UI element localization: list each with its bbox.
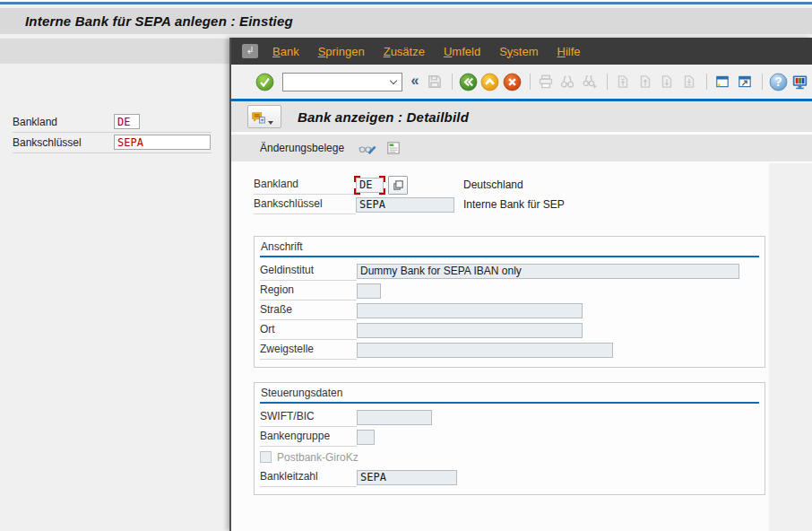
display-change-icon[interactable] [357, 139, 378, 157]
menu-zusaetze[interactable]: Zusätze [384, 45, 425, 58]
bankschluessel-description: Interne Bank für SEP [463, 198, 565, 211]
bankleitzahl-field[interactable]: SEPA [357, 470, 457, 485]
zweigstelle-row: Zweigstelle [260, 340, 759, 360]
menu-bank[interactable]: Bank [272, 45, 299, 58]
bankland-description: Deutschland [463, 178, 523, 191]
next-page-icon [657, 72, 678, 91]
exit-icon[interactable] [479, 72, 500, 91]
menu-hilfe[interactable]: Hilfe [557, 45, 580, 58]
ort-row: Ort [260, 320, 759, 340]
anschrift-title: Anschrift [260, 239, 759, 256]
customize-layout-icon[interactable] [790, 72, 811, 91]
toolbar-separator [607, 74, 608, 90]
swift-field[interactable] [357, 410, 432, 425]
menu-system[interactable]: System [499, 45, 538, 58]
first-page-icon [613, 72, 634, 91]
detail-form: Bankland DE Deutschland Bankschlüssel SE… [231, 163, 812, 531]
group-accent-rule [260, 402, 759, 404]
zweigstelle-field[interactable] [357, 343, 613, 358]
geldinstitut-label: Geldinstitut [260, 264, 357, 281]
bankschluessel-row: Bankschlüssel SEPA Interne Bank für SEP [254, 195, 812, 214]
strasse-row: Straße [260, 300, 759, 320]
anschrift-groupbox: Anschrift Geldinstitut Dummy Bank for SE… [254, 236, 765, 368]
toolbar-separator [530, 74, 531, 90]
right-gutter [769, 163, 812, 531]
background-window-title: Interne Bank für SEPA anlegen : Einstieg [25, 13, 293, 29]
print-icon [535, 72, 556, 91]
swift-row: SWIFT/BIC [260, 407, 759, 427]
postbank-girokz-row: Postbank-GiroKz [260, 447, 759, 467]
collapse-toolbar-icon[interactable]: « [411, 73, 419, 89]
toolbar-separator [706, 74, 707, 90]
strasse-label: Straße [260, 303, 357, 320]
region-field[interactable] [357, 283, 381, 299]
create-shortcut-icon[interactable] [735, 72, 756, 91]
geldinstitut-row: Geldinstitut Dummy Bank for SEPA IBAN on… [260, 261, 759, 281]
bankleitzahl-label: Bankleitzahl [260, 470, 357, 487]
region-row: Region [260, 281, 759, 300]
save-icon [424, 72, 445, 91]
bankschluessel-label: Bankschlüssel [13, 136, 114, 149]
bankland-input[interactable]: DE [114, 114, 140, 129]
overview-list-icon[interactable] [383, 139, 404, 157]
toolbar-separator [762, 74, 763, 90]
dialog-title: Bank anzeigen : Detailbild [298, 109, 469, 125]
find-next-icon [580, 72, 600, 91]
bankland-row: Bankland DE Deutschland [254, 175, 812, 195]
continue-icon[interactable]: ↲ [242, 44, 258, 58]
last-page-icon [679, 72, 700, 91]
chevron-down-icon[interactable] [390, 78, 397, 85]
selection-fields: Bankland DE Bankschlüssel SEPA [13, 113, 212, 154]
dialog-title-band: Bank anzeigen : Detailbild [231, 101, 812, 132]
find-icon [557, 72, 578, 91]
ort-field[interactable] [357, 323, 583, 338]
chevron-down-icon [268, 121, 273, 125]
bankschluessel-row: Bankschlüssel SEPA [13, 134, 212, 153]
services-for-object-button[interactable] [247, 105, 281, 128]
group-accent-rule [260, 256, 759, 257]
ort-label: Ort [260, 323, 357, 340]
bankschluessel-field[interactable]: SEPA [356, 197, 454, 213]
background-title-bar: Interne Bank für SEPA anlegen : Einstieg [0, 8, 812, 34]
copy-icon[interactable] [388, 176, 408, 195]
menu-bar: ↲ Bank Springen Zusätze Umfeld System Hi… [231, 38, 812, 65]
aenderungsbelege-button[interactable]: Änderungsbelege [260, 142, 344, 154]
zweigstelle-label: Zweigstelle [260, 343, 357, 360]
command-field [282, 73, 402, 91]
bankland-field-area: DE [356, 176, 463, 195]
steuerungsdaten-groupbox: Steuerungsdaten SWIFT/BIC Bankengruppe P… [254, 382, 765, 495]
command-input[interactable] [283, 74, 390, 90]
bankschluessel-field-area: SEPA [356, 197, 463, 213]
focus-frame: DE [354, 176, 385, 195]
back-icon[interactable] [458, 72, 479, 91]
steuerungsdaten-title: Steuerungsdaten [260, 385, 759, 402]
bankengruppe-row: Bankengruppe [260, 427, 759, 447]
menu-umfeld[interactable]: Umfeld [444, 45, 480, 58]
cancel-icon[interactable] [502, 72, 523, 91]
bankland-label: Bankland [254, 178, 356, 195]
bankland-label: Bankland [13, 116, 114, 128]
bank-display-dialog: ↲ Bank Springen Zusätze Umfeld System Hi… [229, 38, 812, 531]
bankland-field[interactable]: DE [356, 178, 384, 193]
swift-label: SWIFT/BIC [260, 410, 357, 427]
bankschluessel-input[interactable]: SEPA [114, 135, 211, 150]
services-for-object-icon [251, 110, 266, 126]
new-session-icon[interactable] [713, 72, 733, 91]
toolbar-separator [452, 74, 453, 90]
bankland-row: Bankland DE [13, 113, 212, 133]
postbank-girokz-checkbox [260, 451, 272, 463]
menu-springen[interactable]: Springen [318, 45, 365, 58]
geldinstitut-field[interactable]: Dummy Bank for SEPA IBAN only [357, 264, 739, 279]
bankleitzahl-row: Bankleitzahl SEPA [260, 467, 759, 487]
application-toolbar: Änderungsbelege [231, 135, 812, 161]
postbank-girokz-label: Postbank-GiroKz [277, 451, 358, 464]
bankengruppe-label: Bankengruppe [260, 430, 357, 447]
standard-toolbar: « [231, 65, 812, 99]
bankengruppe-field[interactable] [357, 430, 375, 445]
help-icon[interactable]: ? [768, 72, 789, 91]
enter-icon[interactable] [255, 72, 275, 91]
bankschluessel-label: Bankschlüssel [254, 197, 356, 214]
region-label: Region [260, 283, 357, 300]
strasse-field[interactable] [357, 303, 583, 318]
svg-text:?: ? [774, 75, 782, 89]
